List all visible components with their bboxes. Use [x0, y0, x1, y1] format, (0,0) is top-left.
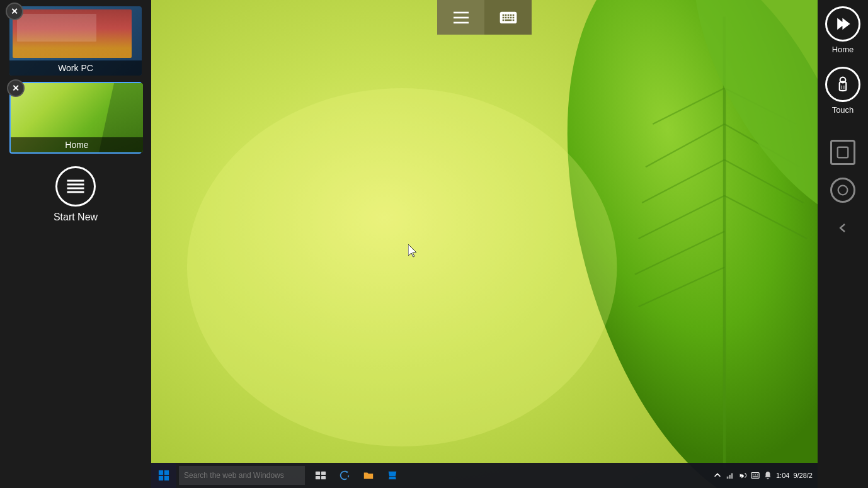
taskbar-right: 1:04 9/28/2: [713, 471, 818, 480]
svg-point-14: [187, 88, 617, 446]
home-button-icon: [825, 6, 860, 42]
svg-point-38: [838, 186, 848, 195]
svg-rect-31: [755, 474, 756, 475]
right-sidebar: Home Touch: [818, 0, 868, 488]
store-button[interactable]: [383, 466, 402, 485]
search-input[interactable]: [179, 466, 305, 485]
svg-rect-22: [316, 472, 320, 475]
home-session-card[interactable]: ✕ Home: [9, 82, 142, 154]
svg-rect-24: [316, 476, 320, 479]
volume-icon: [738, 471, 747, 480]
touch-label: Touch: [832, 105, 854, 115]
windows-logo-icon: [158, 470, 169, 481]
network-icon: [726, 471, 734, 480]
store-icon: [387, 470, 398, 481]
explorer-button[interactable]: [359, 466, 378, 485]
wallpaper: [151, 0, 818, 488]
top-toolbar: [437, 0, 532, 35]
home-label: Home: [832, 45, 854, 54]
notifications-icon: [763, 471, 772, 480]
svg-rect-23: [321, 472, 326, 475]
svg-rect-18: [159, 470, 163, 475]
menu-button[interactable]: [437, 0, 484, 35]
edge-icon: [339, 470, 350, 481]
workpc-label: Work PC: [9, 60, 142, 76]
start-new-button[interactable]: Start New: [54, 166, 98, 223]
svg-rect-37: [838, 147, 848, 158]
forward-fast-icon: [834, 15, 852, 33]
svg-rect-26: [727, 477, 729, 479]
svg-rect-27: [729, 475, 731, 479]
circle-icon: [836, 183, 850, 197]
svg-rect-30: [753, 474, 754, 475]
home-close-button[interactable]: ✕: [7, 79, 25, 97]
svg-rect-21: [164, 476, 169, 480]
time-display: 1:04: [776, 472, 789, 479]
start-new-icon: [55, 166, 96, 207]
svg-rect-16: [454, 16, 469, 18]
square-icon: [836, 145, 850, 159]
svg-rect-32: [757, 474, 758, 475]
workpc-session-card[interactable]: ✕ Work PC: [9, 6, 142, 76]
notification-chevron-icon: [713, 471, 722, 480]
home-label: Home: [11, 137, 143, 152]
home-button[interactable]: Home: [825, 6, 860, 54]
start-new-label: Start New: [54, 212, 98, 223]
taskview-icon: [315, 470, 326, 481]
touch-hand-icon: [834, 76, 852, 93]
main-area: 1:04 9/28/2: [151, 0, 818, 488]
back-button[interactable]: [830, 215, 855, 241]
touch-button[interactable]: Touch: [825, 67, 860, 115]
explorer-icon: [363, 470, 374, 481]
keyboard-icon: [498, 8, 518, 28]
recent-apps-button[interactable]: [830, 140, 855, 165]
start-button[interactable]: [151, 463, 176, 488]
edge-button[interactable]: [335, 466, 354, 485]
svg-rect-17: [454, 21, 469, 23]
workpc-close-button[interactable]: ✕: [6, 3, 23, 20]
svg-rect-28: [731, 474, 733, 479]
touch-button-icon: [825, 67, 860, 102]
svg-rect-33: [753, 476, 758, 477]
menu-icon: [451, 8, 471, 28]
svg-rect-15: [454, 11, 469, 13]
svg-rect-25: [321, 476, 326, 479]
svg-rect-19: [164, 470, 169, 475]
taskbar-icons: [311, 466, 402, 485]
list-icon: [64, 175, 87, 198]
taskbar: 1:04 9/28/2: [151, 463, 818, 488]
back-icon: [835, 220, 850, 235]
keyboard-taskbar-icon: [751, 471, 760, 480]
keyboard-button[interactable]: [484, 0, 532, 35]
taskview-button[interactable]: [311, 466, 330, 485]
left-sidebar: ✕ Work PC ✕ Home Start New: [0, 0, 151, 488]
nav-home-button[interactable]: [830, 178, 855, 203]
date-display: 9/28/2: [793, 472, 813, 479]
svg-rect-20: [159, 476, 163, 480]
